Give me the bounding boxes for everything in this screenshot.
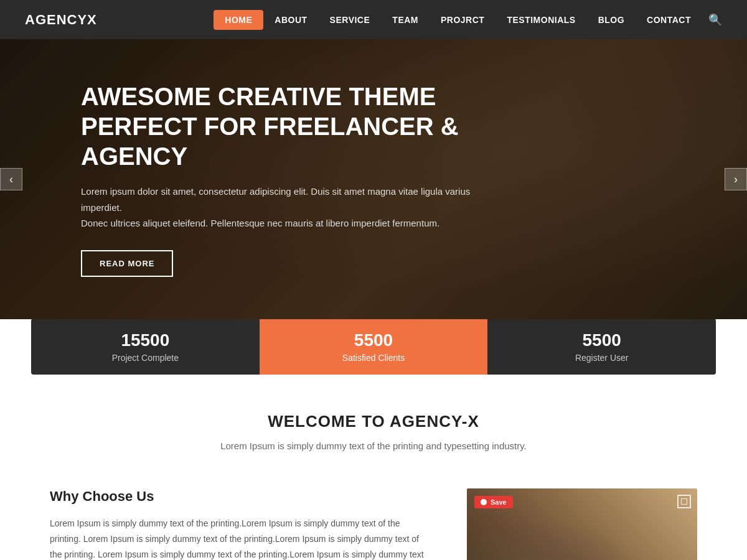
stat-register-user: 5500 Register User — [487, 319, 716, 375]
nav-item-contact[interactable]: CONTACT — [636, 0, 702, 39]
nav-item-about[interactable]: ABOUT — [263, 0, 318, 39]
stat-number-users: 5500 — [583, 330, 621, 350]
nav-item-home[interactable]: HOME — [214, 10, 263, 30]
stats-bar: 15500 Project Complete 5500 Satisfied Cl… — [31, 319, 716, 375]
hero-title: AWESOME CREATIVE THEME PERFECT FOR FREEL… — [81, 82, 479, 171]
why-choose-us-section: Why Choose Us Lorem Ipsum is simply dumm… — [0, 476, 747, 560]
nav-item-team[interactable]: TEAM — [381, 0, 430, 39]
welcome-description: Lorem Ipsum is simply dummy text of the … — [187, 441, 560, 451]
nav-link-about[interactable]: ABOUT — [263, 0, 318, 39]
nav-item-service[interactable]: SERVICE — [319, 0, 382, 39]
stat-satisfied-clients: 5500 Satisfied Clients — [260, 319, 488, 375]
why-title: Why Choose Us — [50, 488, 430, 505]
fullscreen-icon[interactable] — [677, 495, 691, 508]
nav-link-project[interactable]: PROJRCT — [430, 0, 496, 39]
navbar: AGENCYX HOME ABOUT SERVICE TEAM PROJRCT … — [0, 0, 747, 39]
save-badge[interactable]: Save — [474, 496, 513, 508]
carousel-prev-button[interactable]: ‹ — [0, 168, 22, 190]
stat-number-projects: 15500 — [121, 330, 169, 350]
why-text-content: Why Choose Us Lorem Ipsum is simply dumm… — [50, 488, 430, 560]
save-pin-icon — [481, 499, 487, 505]
why-paragraph-1: Lorem Ipsum is simply dummy text of the … — [50, 516, 430, 560]
fullscreen-inner-icon — [681, 498, 687, 505]
stat-label-projects: Project Complete — [112, 353, 179, 363]
nav-link-team[interactable]: TEAM — [381, 0, 430, 39]
nav-link-home[interactable]: HOME — [214, 10, 263, 30]
hero-description: Lorem ipsum dolor sit amet, consectetur … — [81, 184, 479, 231]
nav-link-contact[interactable]: CONTACT — [636, 0, 702, 39]
stat-number-clients: 5500 — [354, 330, 393, 350]
search-icon[interactable]: 🔍 — [708, 13, 722, 27]
hero-section: ‹ › AWESOME CREATIVE THEME PERFECT FOR F… — [0, 39, 747, 319]
stat-project-complete: 15500 Project Complete — [31, 319, 260, 375]
nav-item-blog[interactable]: BLOG — [587, 0, 636, 39]
welcome-section: WELCOME TO AGENCY-X Lorem Ipsum is simpl… — [0, 375, 747, 476]
hero-cta-button[interactable]: READ MORE — [81, 250, 173, 277]
carousel-next-button[interactable]: › — [725, 168, 747, 190]
nav-link-service[interactable]: SERVICE — [319, 0, 382, 39]
nav-link-blog[interactable]: BLOG — [587, 0, 636, 39]
stat-label-clients: Satisfied Clients — [342, 353, 405, 363]
save-badge-label: Save — [491, 498, 507, 506]
hero-content: AWESOME CREATIVE THEME PERFECT FOR FREEL… — [0, 82, 560, 277]
why-image: Save — [467, 488, 697, 560]
nav-link-testimonials[interactable]: TESTIMONIALS — [496, 0, 586, 39]
welcome-title: WELCOME TO AGENCY-X — [25, 412, 722, 431]
nav-links: HOME ABOUT SERVICE TEAM PROJRCT TESTIMON… — [214, 0, 702, 39]
nav-item-project[interactable]: PROJRCT — [430, 0, 496, 39]
brand-logo: AGENCYX — [25, 12, 97, 28]
nav-item-testimonials[interactable]: TESTIMONIALS — [496, 0, 586, 39]
stat-label-users: Register User — [575, 353, 629, 363]
